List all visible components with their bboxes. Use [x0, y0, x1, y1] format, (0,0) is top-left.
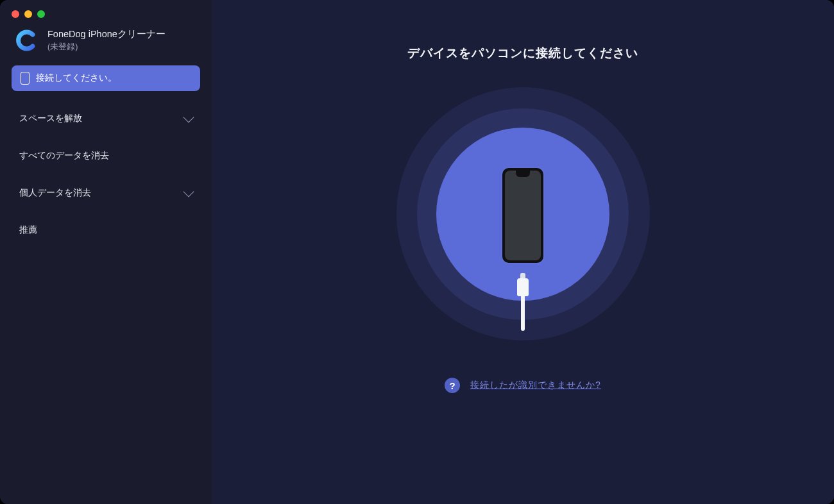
sidebar-item-recommend[interactable]: 推薦: [12, 212, 200, 249]
help-row: ? 接続したが識別できませんか?: [445, 378, 601, 393]
sidebar-item-erase-private[interactable]: 個人データを消去: [12, 174, 200, 212]
chevron-down-icon: [183, 187, 194, 197]
app-window: FoneDog iPhoneクリーナー (未登録) 接続してください。 スペース…: [0, 0, 834, 504]
sidebar-item-label: すべてのデータを消去: [19, 150, 109, 162]
sidebar: FoneDog iPhoneクリーナー (未登録) 接続してください。 スペース…: [0, 0, 212, 504]
sidebar-nav-list: スペースを解放 すべてのデータを消去 個人データを消去 推薦: [0, 91, 212, 249]
main-pane: デバイスをパソコンに接続してください ? 接続したが識別できませんか?: [212, 0, 834, 504]
sidebar-item-label: 推薦: [19, 224, 37, 236]
sidebar-item-erase-all[interactable]: すべてのデータを消去: [12, 137, 200, 174]
app-title: FoneDog iPhoneクリーナー: [47, 28, 166, 40]
chevron-down-icon: [183, 112, 194, 123]
connect-illustration: [396, 87, 650, 340]
sidebar-item-label: スペースを解放: [19, 113, 82, 124]
help-icon: ?: [445, 378, 460, 393]
close-window-button[interactable]: [12, 10, 19, 18]
phone-icon: [21, 72, 30, 85]
sidebar-item-connect[interactable]: 接続してください。: [12, 65, 200, 91]
sidebar-item-free-space[interactable]: スペースを解放: [12, 100, 200, 137]
minimize-window-button[interactable]: [24, 10, 32, 18]
app-logo-icon: [14, 29, 37, 52]
sidebar-active-label: 接続してください。: [36, 72, 117, 84]
phone-illustration-icon: [502, 168, 543, 263]
window-controls: [0, 0, 212, 18]
app-subtitle: (未登録): [47, 42, 166, 53]
cable-icon: [516, 273, 529, 331]
help-link[interactable]: 接続したが識別できませんか?: [470, 380, 601, 391]
brand-block: FoneDog iPhoneクリーナー (未登録): [0, 18, 212, 65]
page-title: デバイスをパソコンに接続してください: [407, 45, 638, 62]
maximize-window-button[interactable]: [37, 10, 45, 18]
sidebar-item-label: 個人データを消去: [19, 187, 91, 199]
